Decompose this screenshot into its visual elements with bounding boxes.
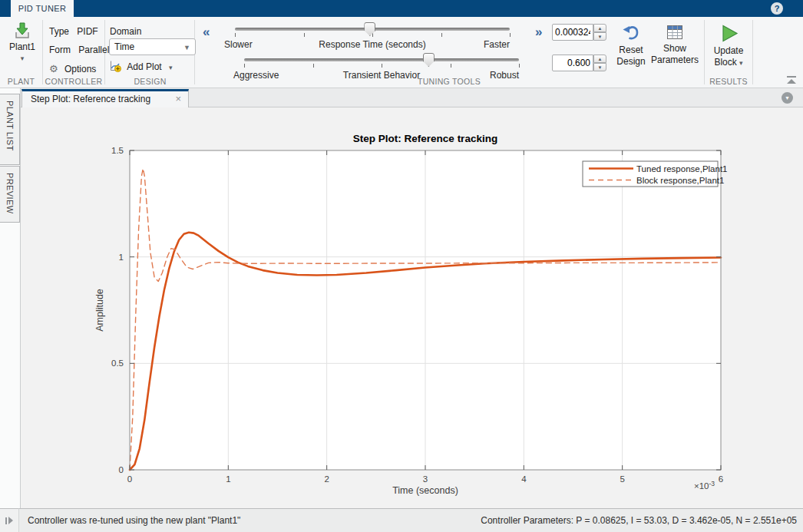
add-plot-icon — [109, 60, 121, 72]
update-block-label2: Block ▾ — [707, 57, 750, 69]
sidebar-item-preview[interactable]: PREVIEW — [0, 166, 20, 223]
play-icon — [719, 23, 739, 44]
transient-behavior-slider-thumb[interactable] — [423, 53, 435, 67]
chevron-down-icon: ▾ — [739, 59, 743, 67]
svg-text:Amplitude: Amplitude — [94, 289, 105, 332]
plant1-button[interactable]: Plant1 ▾ — [5, 21, 40, 64]
legend[interactable]: Tuned response,Plant1Block response,Plan… — [583, 161, 728, 187]
section-label-results: RESULTS — [705, 77, 752, 86]
chevron-down-icon: ▾ — [169, 64, 173, 71]
controller-type-control[interactable]: Type PIDF — [49, 26, 98, 37]
response-time-slider-thumb[interactable] — [364, 22, 375, 36]
type-label: Type — [49, 26, 69, 37]
plant-list-label: PLANT LIST — [5, 94, 15, 157]
controller-parameters: Controller Parameters: P = 0.08625, I = … — [481, 515, 797, 526]
section-label-design: DESIGN — [105, 77, 195, 86]
svg-text:4: 4 — [521, 474, 527, 484]
svg-text:Tuned response,Plant1: Tuned response,Plant1 — [636, 164, 728, 173]
slider-tick — [510, 33, 511, 37]
show-parameters-button[interactable]: Show Parameters — [647, 23, 702, 66]
spin-up-icon[interactable]: ▲ — [593, 24, 606, 32]
response-time-field[interactable] — [552, 24, 593, 41]
add-plot-button[interactable]: Add Plot ▾ — [109, 60, 173, 72]
type-value: PIDF — [77, 26, 97, 37]
section-label-plant: PLANT — [0, 77, 42, 86]
close-icon[interactable]: × — [175, 93, 181, 105]
chevron-down-icon: ▾ — [5, 53, 40, 64]
chevron-down-icon: ▼ — [183, 39, 190, 56]
svg-text:1: 1 — [119, 253, 124, 262]
transient-behavior-field[interactable] — [552, 55, 593, 71]
plant-button-label: Plant1 — [5, 41, 40, 53]
tab-pid-tuner[interactable]: PID TUNER — [11, 0, 74, 17]
svg-text:Time (seconds): Time (seconds) — [392, 485, 458, 496]
document-tab-bar: Step Plot: Reference tracking × ▼ — [0, 88, 803, 107]
expand-triangle — [8, 517, 13, 524]
faster-label: Faster — [484, 39, 510, 50]
domain-combobox[interactable]: Time ▼ — [109, 38, 196, 55]
slider-tick — [441, 33, 442, 37]
toolstrip: Plant1 ▾ PLANT Type PIDF Form Parallel ⚙… — [0, 17, 803, 88]
step-plot-canvas: 012345600.511.5Step Plot: Reference trac… — [21, 107, 803, 508]
svg-text:1: 1 — [226, 474, 230, 484]
response-slider-labels: Slower Response Time (seconds) Faster — [235, 39, 510, 50]
left-panel-strip: PLANT LIST PREVIEW — [0, 88, 21, 508]
response-time-slider[interactable] — [235, 21, 510, 38]
slower-label: Slower — [224, 39, 253, 50]
transient-behavior-spinner[interactable]: ▲ ▼ — [593, 55, 606, 71]
import-plant-icon — [13, 21, 31, 40]
slider-tick — [519, 64, 520, 68]
svg-text:0: 0 — [127, 474, 132, 484]
options-label: Options — [64, 64, 96, 74]
spin-down-icon[interactable]: ▼ — [593, 63, 606, 71]
svg-text:6: 6 — [719, 474, 723, 484]
help-icon[interactable]: ? — [771, 2, 783, 15]
title-bar: PID TUNER ? — [0, 0, 803, 17]
spin-up-icon[interactable]: ▲ — [593, 55, 606, 63]
reset-design-button[interactable]: Reset Design — [613, 23, 649, 68]
slider-tick — [382, 64, 382, 68]
status-message: Controller was re-tuned using the new pl… — [28, 515, 240, 526]
gear-icon: ⚙ — [49, 63, 58, 74]
tab-options-icon[interactable]: ▼ — [782, 92, 793, 104]
section-divider — [752, 20, 753, 84]
svg-text:2: 2 — [324, 474, 329, 484]
slider-tick — [313, 64, 314, 68]
section-label-tuning-tools: TUNING TOOLS — [195, 77, 703, 86]
options-button[interactable]: ⚙ Options — [49, 63, 96, 74]
tab-step-plot-label: Step Plot: Reference tracking — [31, 94, 150, 104]
slider-track[interactable] — [244, 58, 519, 61]
undo-arrow-icon — [621, 23, 641, 43]
slider-tick — [304, 33, 305, 37]
sidebar-item-plant-list[interactable]: PLANT LIST — [0, 94, 20, 165]
slider-tick — [451, 64, 451, 68]
update-block-label: Block — [714, 57, 736, 68]
svg-text:Step Plot: Reference tracking: Step Plot: Reference tracking — [353, 133, 497, 144]
response-time-spinner[interactable]: ▲ ▼ — [593, 24, 606, 41]
plot-document: 012345600.511.5Step Plot: Reference trac… — [21, 107, 803, 508]
svg-text:3: 3 — [423, 474, 428, 484]
update-block-label: Update — [707, 45, 750, 57]
slider-tick — [244, 64, 245, 68]
collapse-toolstrip-icon[interactable] — [786, 76, 797, 84]
controller-form-control[interactable]: Form Parallel — [49, 45, 109, 55]
parameters-table-icon — [666, 23, 684, 41]
update-block-button[interactable]: Update Block ▾ — [707, 23, 750, 69]
form-value: Parallel — [78, 45, 109, 55]
expand-panel-icon[interactable] — [0, 508, 19, 532]
previous-design-chevron[interactable]: « — [203, 25, 210, 38]
svg-text:1.5: 1.5 — [111, 146, 124, 155]
tab-step-plot[interactable]: Step Plot: Reference tracking × — [21, 89, 189, 107]
show-parameters-label: Parameters — [647, 55, 702, 66]
show-parameters-label: Show — [647, 43, 702, 55]
slider-tick — [235, 33, 236, 37]
add-plot-label: Add Plot — [127, 61, 161, 72]
svg-text:5: 5 — [620, 474, 624, 484]
section-label-controller: CONTROLLER — [43, 77, 104, 86]
transient-behavior-slider[interactable] — [244, 52, 519, 69]
spin-down-icon[interactable]: ▼ — [593, 32, 606, 41]
preview-label: PREVIEW — [5, 167, 15, 220]
expand-bar — [5, 517, 7, 524]
next-design-chevron[interactable]: » — [535, 25, 542, 38]
status-bar: Controller was re-tuned using the new pl… — [0, 508, 803, 532]
